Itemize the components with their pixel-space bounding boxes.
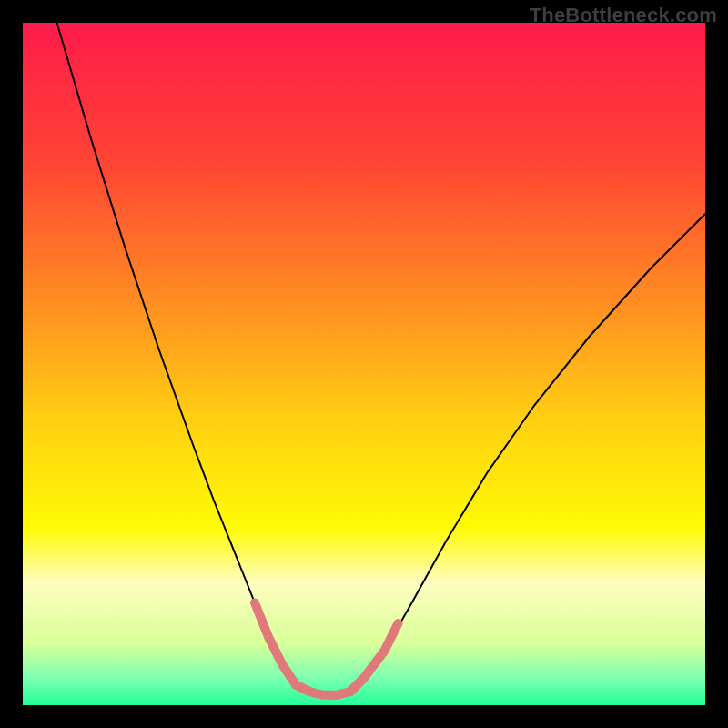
series-right-pink-segment (350, 623, 399, 692)
curve-layer (23, 23, 705, 705)
plot-area (23, 23, 705, 705)
watermark-text: TheBottleneck.com (530, 4, 717, 27)
series-right-curve (350, 214, 705, 692)
series-left-curve (57, 23, 310, 692)
chart-frame: TheBottleneck.com (0, 0, 728, 728)
series-left-pink-segment (255, 603, 309, 693)
